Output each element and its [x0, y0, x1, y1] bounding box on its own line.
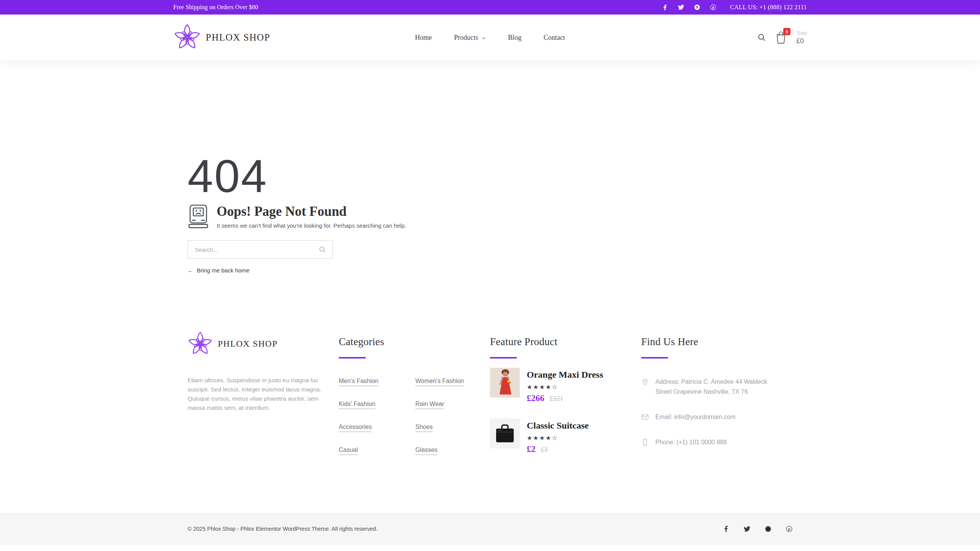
site-logo[interactable]: PHLOX SHOP	[173, 23, 271, 52]
product-rating-stars: ★★★★☆	[527, 383, 603, 391]
bring-me-back-home-link[interactable]: ← Bring me back home	[188, 267, 250, 274]
product-orange-maxi-dress[interactable]: Orange Maxi Dress ★★★★☆ £266 £321	[490, 368, 641, 403]
nav-item-blog[interactable]: Blog	[508, 34, 521, 42]
main-nav: Home Products Blog Contact	[415, 34, 565, 42]
email-text: Email: info@yourdomain.com	[655, 412, 735, 422]
product-image-orange-maxi-dress	[490, 368, 520, 398]
nav-item-contact[interactable]: Contact	[544, 34, 565, 42]
promo-text: Free Shipping on Orders Over $80	[173, 4, 258, 11]
page-not-found-title: Oops! Page Not Found	[217, 204, 406, 219]
product-old-price: £321	[549, 395, 563, 403]
page-not-found-subtitle: It seems we can't find what you're looki…	[217, 222, 406, 229]
facebook-icon[interactable]	[723, 526, 729, 532]
category-link-accessories[interactable]: Accessories	[339, 424, 372, 430]
product-rating-stars: ★★★★☆	[527, 434, 589, 442]
product-name: Orange Maxi Dress	[527, 370, 603, 380]
envelope-icon	[641, 413, 649, 422]
topbar-social-links	[662, 4, 716, 10]
find-us-here-heading: Find Us Here	[641, 336, 792, 348]
nav-item-products[interactable]: Products	[454, 34, 486, 42]
sad-computer-icon	[188, 204, 209, 229]
heading-underline	[641, 357, 668, 359]
contact-phone-row: Phone: (+1) 101 0000 888	[641, 437, 768, 447]
copyright-text: © 2025 Phlox Shop - Phlox Elementor Word…	[188, 526, 377, 532]
footer-brand-name: PHLOX SHOP	[218, 339, 278, 349]
search-submit-icon[interactable]	[319, 246, 326, 253]
contact-address-row: Address: Patricia C. Amedee 44 Waldeck S…	[641, 377, 768, 397]
nav-item-home[interactable]: Home	[415, 34, 432, 42]
pinterest-icon[interactable]	[710, 4, 716, 10]
product-classic-suitcase[interactable]: Classic Suitcase ★★★★☆ £2 £3	[490, 419, 641, 454]
category-link-womens-fashion[interactable]: Women's Fashion	[415, 378, 464, 385]
facebook-icon[interactable]	[662, 5, 668, 10]
cart-count-badge: 0	[783, 28, 791, 35]
product-image-classic-suitcase	[490, 419, 520, 448]
cart-total-value: £0	[796, 37, 807, 45]
category-link-casual[interactable]: Casual	[339, 447, 358, 453]
product-price: £266	[527, 393, 544, 403]
footer-contact-column: Find Us Here Address: Patricia C. Amedee…	[641, 331, 792, 469]
footer-about-column: PHLOX SHOP Etiam ultrices. Suspendisse i…	[188, 331, 339, 469]
footer-categories-column: Categories Men's Fashion Women's Fashion…	[339, 331, 490, 469]
footer: PHLOX SHOP Etiam ultrices. Suspendisse i…	[0, 331, 980, 496]
404-search-box	[188, 240, 333, 259]
phlox-flower-logo-icon	[188, 331, 213, 357]
heading-underline	[490, 357, 517, 359]
smartphone-icon	[641, 439, 649, 447]
twitter-icon[interactable]	[744, 526, 750, 532]
phlox-flower-logo-icon	[173, 23, 201, 52]
site-header: PHLOX SHOP Home Products Blog Contact 0	[0, 15, 980, 60]
product-price: £2	[527, 444, 536, 454]
404-section: 404 Oops! Page Not Found It seems we can…	[0, 60, 980, 331]
address-text: Address: Patricia C. Amedee 44 Waldeck S…	[655, 377, 768, 397]
category-link-shoes[interactable]: Shoes	[415, 424, 433, 430]
left-arrow-icon: ←	[188, 267, 193, 274]
footer-social-links	[723, 526, 792, 532]
bottom-bar: © 2025 Phlox Shop - Phlox Elementor Word…	[0, 513, 980, 545]
feature-product-heading: Feature Product	[490, 336, 641, 348]
footer-feature-product-column: Feature Product Orange Maxi Dress ★★★★☆	[490, 331, 641, 469]
product-old-price: £3	[541, 446, 547, 453]
search-icon[interactable]	[758, 33, 766, 42]
topbar: Free Shipping on Orders Over $80 CALL US…	[0, 0, 980, 15]
twitter-icon[interactable]	[678, 4, 684, 10]
cart-button[interactable]: 0	[775, 31, 787, 44]
heading-underline	[339, 357, 366, 359]
category-link-kids-fashion[interactable]: Kids' Fashion	[339, 401, 376, 408]
cart-total-label: Total	[796, 30, 807, 36]
phone-text: Phone: (+1) 101 0000 888	[655, 437, 727, 447]
product-name: Classic Suitcase	[527, 421, 589, 431]
skype-icon[interactable]	[765, 526, 771, 532]
error-code-404: 404	[188, 153, 792, 199]
contact-email-row: Email: info@yourdomain.com	[641, 412, 768, 422]
category-link-glasses[interactable]: Glasses	[415, 447, 438, 453]
pinterest-icon[interactable]	[786, 526, 792, 532]
call-us-text: CALL US: +1 (888) 122 2111	[730, 4, 807, 11]
category-link-mens-fashion[interactable]: Men's Fashion	[339, 378, 379, 385]
footer-about-text: Etiam ultrices. Suspendisse in justo eu …	[188, 376, 330, 412]
footer-logo[interactable]: PHLOX SHOP	[188, 331, 339, 357]
brand-name: PHLOX SHOP	[206, 32, 271, 43]
chevron-down-icon	[482, 37, 486, 39]
location-pin-icon	[641, 378, 649, 397]
skype-icon[interactable]	[694, 4, 700, 10]
category-link-rain-wear[interactable]: Rain Wear	[415, 401, 444, 408]
search-input[interactable]	[194, 246, 319, 253]
categories-heading: Categories	[339, 336, 490, 348]
cart-totals: Total £0	[796, 30, 807, 45]
